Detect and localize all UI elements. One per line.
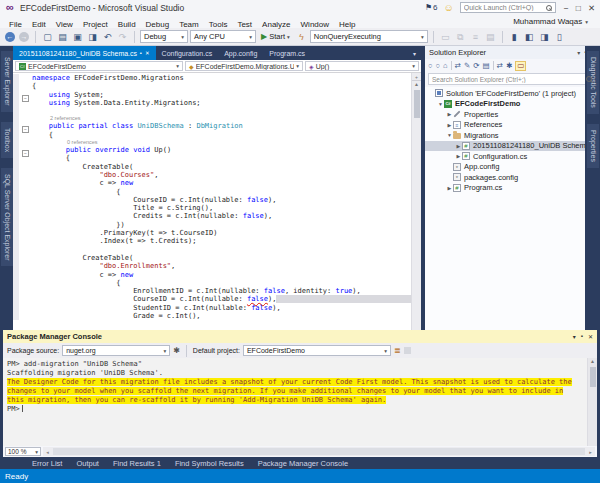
tree-item[interactable]: ▶Program.cs bbox=[425, 183, 599, 194]
side-tab-toolbox[interactable]: Toolbox bbox=[1, 122, 13, 158]
bookmark-toggle-button[interactable]: ▮ bbox=[508, 30, 521, 44]
navigate-back-button[interactable]: ← bbox=[5, 32, 15, 42]
menu-item-test[interactable]: Test bbox=[232, 20, 257, 29]
scroll-right-icon[interactable]: ▸ bbox=[586, 449, 595, 455]
member-dropdown[interactable]: ◈ Up() ▾ bbox=[305, 61, 419, 71]
bottom-tab-error-list[interactable]: Error List bbox=[26, 459, 68, 468]
expanded-arrow-icon[interactable]: ▼ bbox=[446, 132, 453, 138]
collapsed-arrow-icon[interactable]: ▶ bbox=[446, 122, 453, 128]
scroll-up-icon[interactable]: ▲ bbox=[414, 81, 419, 88]
menu-item-analyze[interactable]: Analyze bbox=[257, 20, 295, 29]
close-button[interactable]: ✕ bbox=[588, 3, 595, 13]
side-tab-server-explorer[interactable]: Server Explorer bbox=[1, 51, 13, 112]
menu-item-build[interactable]: Build bbox=[113, 20, 141, 29]
side-tab-properties[interactable]: Properties bbox=[587, 124, 599, 168]
solution-explorer-search-input[interactable]: Search Solution Explorer (Ctrl+;) bbox=[428, 73, 596, 85]
solution-configuration-dropdown[interactable]: Debug ▾ bbox=[140, 30, 188, 43]
bottom-tab-output[interactable]: Output bbox=[70, 459, 105, 468]
query-event-dropdown[interactable]: NonQueryExecuting ▾ bbox=[310, 30, 428, 43]
pmc-title-bar[interactable]: Package Manager Console ▾ ▪ ✕ bbox=[3, 330, 597, 343]
close-icon[interactable]: ✕ bbox=[145, 50, 150, 56]
solution-platform-dropdown[interactable]: Any CPU ▾ bbox=[190, 30, 256, 43]
side-tab-sql-server-object-explorer[interactable]: SQL Server Object Explorer bbox=[1, 168, 13, 267]
quick-launch-input[interactable]: Quick Launch (Ctrl+Q) bbox=[460, 2, 556, 13]
solution-explorer-title-bar[interactable]: Solution Explorer ▾ ▪ ✕ bbox=[425, 46, 599, 59]
tree-item[interactable]: ▶201511081241180_UniDB Schema.cs bbox=[425, 141, 599, 152]
console-output[interactable]: PM> add-migration "UniDB Schema"Scaffold… bbox=[3, 358, 597, 446]
maximize-button[interactable]: □ bbox=[576, 3, 581, 13]
collapsed-arrow-icon[interactable]: ▶ bbox=[446, 111, 453, 117]
window-position-icon[interactable]: ▾ bbox=[577, 49, 580, 56]
refresh-icon[interactable]: ⟳ bbox=[473, 61, 479, 70]
scroll-up-icon[interactable]: ▲ bbox=[590, 358, 595, 365]
scroll-left-icon[interactable]: ◂ bbox=[43, 449, 52, 455]
splitter-handle-icon[interactable]: + bbox=[412, 73, 421, 81]
pin-icon[interactable]: ▪ bbox=[140, 50, 142, 56]
redo-button[interactable]: ↷ bbox=[116, 30, 129, 44]
switch-views-icon[interactable]: ⇄ bbox=[455, 61, 461, 70]
type-dropdown[interactable]: ◆ EFCodeFirstDemo.Migrations.UniDBSch ▾ bbox=[185, 61, 303, 71]
properties-icon[interactable]: ✱ bbox=[506, 61, 512, 70]
sync-with-active-document-icon[interactable]: ⇄ bbox=[497, 61, 503, 70]
collapsed-arrow-icon[interactable]: ▶ bbox=[455, 143, 462, 149]
collapse-all-icon[interactable]: ▤ bbox=[482, 61, 489, 70]
scrollbar-thumb[interactable] bbox=[53, 448, 585, 455]
more-tabs-icon[interactable]: ▾ bbox=[413, 50, 421, 57]
project-dropdown[interactable]: EFCodeFirstDemo ▾ bbox=[15, 61, 183, 71]
minimize-button[interactable]: − bbox=[564, 3, 569, 13]
document-tab[interactable]: Program.cs bbox=[263, 46, 311, 60]
tree-item[interactable]: ▶Configuration.cs bbox=[425, 151, 599, 162]
tree-item[interactable]: ▶Properties bbox=[425, 109, 599, 120]
save-button[interactable]: ▣ bbox=[71, 30, 84, 44]
codelens-references[interactable]: 2 references bbox=[32, 115, 81, 122]
scrollbar-thumb[interactable] bbox=[414, 90, 420, 118]
menu-item-file[interactable]: File bbox=[4, 20, 27, 29]
collapsed-arrow-icon[interactable]: ▶ bbox=[446, 185, 453, 191]
default-project-dropdown[interactable]: EFCodeFirstDemo ▾ bbox=[243, 345, 391, 356]
bookmark-clear-button[interactable]: ▯ bbox=[553, 30, 566, 44]
bookmark-previous-button[interactable]: ◧ bbox=[523, 30, 536, 44]
tree-item[interactable]: ▼Migrations bbox=[425, 130, 599, 141]
tree-item[interactable]: Solution 'EFCodeFirstDemo' (1 project) bbox=[425, 88, 599, 99]
document-tab[interactable]: Configuration.cs bbox=[156, 46, 219, 60]
code-editor[interactable]: namespace EFCodeFirstDemo.Migrations{− u… bbox=[13, 73, 421, 330]
save-all-button[interactable]: ◨ bbox=[86, 30, 99, 44]
package-source-dropdown[interactable]: nuget.org ▾ bbox=[62, 345, 170, 356]
intellitrace-event-icon[interactable]: ϟ bbox=[295, 30, 308, 44]
close-icon[interactable]: ✕ bbox=[588, 333, 593, 340]
open-file-button[interactable]: ▤ bbox=[56, 30, 69, 44]
bottom-tab-find-results-1[interactable]: Find Results 1 bbox=[107, 459, 167, 468]
user-account-button[interactable]: Muhammad Waqas ▾ bbox=[513, 17, 596, 26]
notifications-button[interactable]: ⚑ 6 bbox=[425, 3, 438, 12]
navigate-forward-button[interactable]: → bbox=[19, 32, 29, 42]
package-source-settings-icon[interactable]: ✱ bbox=[173, 346, 180, 355]
codelens-references[interactable]: 0 references bbox=[32, 139, 98, 146]
zoom-level-dropdown[interactable]: 100 % ▾ bbox=[5, 447, 41, 456]
new-item-button[interactable]: ▢ bbox=[41, 30, 54, 44]
home-icon[interactable]: ⌂ bbox=[443, 61, 448, 70]
preview-selected-items-icon[interactable]: ▭ bbox=[515, 61, 526, 71]
document-tab[interactable]: App.config bbox=[218, 46, 263, 60]
tree-item[interactable]: App.config bbox=[425, 162, 599, 173]
expanded-arrow-icon[interactable]: ▼ bbox=[437, 101, 444, 107]
console-horizontal-scrollbar[interactable]: ◂ ▸ bbox=[43, 447, 595, 456]
bookmark-next-button[interactable]: ◨ bbox=[538, 30, 551, 44]
tree-item[interactable]: ▼EFCodeFirstDemo bbox=[425, 99, 599, 110]
bottom-tab-package-manager-console[interactable]: Package Manager Console bbox=[252, 459, 354, 468]
back-icon[interactable]: ○ bbox=[428, 61, 433, 70]
console-vertical-scrollbar[interactable]: ▲ bbox=[587, 358, 597, 446]
pending-changes-icon[interactable]: ✎ bbox=[464, 61, 470, 70]
start-debug-button[interactable]: ▶ Start ▾ bbox=[258, 32, 293, 41]
menu-item-team[interactable]: Team bbox=[174, 20, 204, 29]
menu-item-debug[interactable]: Debug bbox=[141, 20, 175, 29]
menu-item-window[interactable]: Window bbox=[296, 20, 334, 29]
menu-item-tools[interactable]: Tools bbox=[204, 20, 233, 29]
undo-button[interactable]: ↶ bbox=[101, 30, 114, 44]
document-tab[interactable]: 201511081241180_UniDB Schema.cs▪✕ bbox=[13, 46, 156, 60]
clear-console-icon[interactable]: ≣ bbox=[394, 346, 401, 355]
tree-item[interactable]: packages.config bbox=[425, 172, 599, 183]
menu-item-help[interactable]: Help bbox=[334, 20, 360, 29]
window-position-icon[interactable]: ▾ bbox=[573, 333, 576, 340]
editor-vertical-scrollbar[interactable]: + ▲ bbox=[411, 73, 421, 330]
tree-item[interactable]: ▶References bbox=[425, 120, 599, 131]
